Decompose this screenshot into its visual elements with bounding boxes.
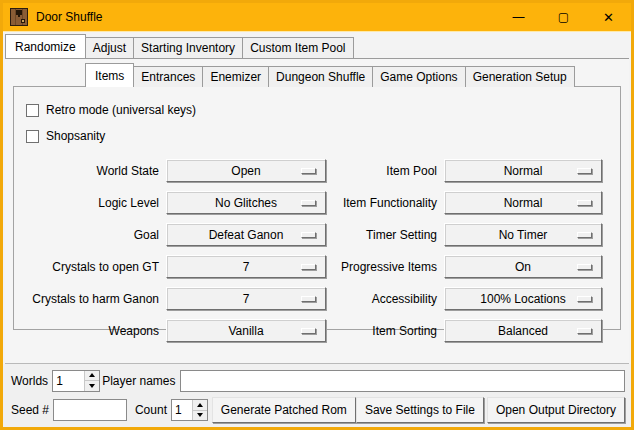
logic-level-label: Logic Level: [14, 196, 166, 210]
world-state-label: World State: [14, 164, 166, 178]
tab-game-options[interactable]: Game Options: [372, 66, 465, 87]
worlds-label: Worlds: [9, 374, 52, 388]
open-output-directory-button[interactable]: Open Output Directory: [487, 397, 625, 423]
logic-level-dropdown[interactable]: No Glitches: [166, 191, 326, 214]
timer-setting-label: Timer Setting: [326, 228, 444, 242]
item-sorting-dropdown[interactable]: Balanced: [444, 319, 602, 342]
crystals-gt-label: Crystals to open GT: [14, 260, 166, 274]
app-icon: [10, 8, 28, 26]
minimize-button[interactable]: —: [496, 3, 541, 31]
dropdown-indicator-icon: [301, 168, 316, 174]
main-tab-bar: Randomize Adjust Starting Inventory Cust…: [3, 34, 631, 58]
crystals-ganon-label: Crystals to harm Ganon: [14, 292, 166, 306]
bottom-bar: Worlds 1 Player names Seed # Count 1: [3, 364, 631, 427]
window-title: Door Shuffle: [36, 10, 103, 24]
worlds-spinner[interactable]: 1: [52, 370, 100, 392]
dropdown-indicator-icon: [577, 232, 592, 238]
title-bar: Door Shuffle — ▢ ✕: [3, 3, 631, 31]
dropdown-indicator-icon: [301, 328, 316, 334]
weapons-label: Weapons: [14, 324, 166, 338]
dropdown-indicator-icon: [301, 232, 316, 238]
dropdown-indicator-icon: [577, 200, 592, 206]
randomize-pane: Items Entrances Enemizer Dungeon Shuffle…: [5, 58, 629, 364]
items-pane: Retro mode (universal keys) Shopsanity W…: [13, 86, 621, 330]
crystals-gt-dropdown[interactable]: 7: [166, 255, 326, 278]
retro-mode-checkbox-row[interactable]: Retro mode (universal keys): [26, 101, 620, 119]
close-button[interactable]: ✕: [586, 3, 631, 31]
progressive-items-label: Progressive Items: [326, 260, 444, 274]
tab-generation-setup[interactable]: Generation Setup: [465, 66, 575, 87]
shopsanity-checkbox[interactable]: [26, 130, 39, 143]
window-controls: — ▢ ✕: [496, 3, 631, 31]
item-pool-dropdown[interactable]: Normal: [444, 159, 602, 182]
timer-setting-dropdown[interactable]: No Timer: [444, 223, 602, 246]
world-state-dropdown[interactable]: Open: [166, 159, 326, 182]
dropdown-indicator-icon: [301, 200, 316, 206]
tab-enemizer[interactable]: Enemizer: [202, 66, 269, 87]
dropdown-indicator-icon: [301, 264, 316, 270]
item-pool-label: Item Pool: [326, 164, 444, 178]
item-functionality-label: Item Functionality: [326, 196, 444, 210]
item-sorting-label: Item Sorting: [326, 324, 444, 338]
count-label: Count: [127, 403, 171, 417]
retro-mode-checkbox[interactable]: [26, 104, 39, 117]
maximize-button[interactable]: ▢: [541, 3, 586, 31]
seed-label: Seed #: [9, 403, 53, 417]
sub-tab-bar: Items Entrances Enemizer Dungeon Shuffle…: [5, 63, 629, 87]
shopsanity-checkbox-row[interactable]: Shopsanity: [26, 127, 620, 145]
weapons-dropdown[interactable]: Vanilla: [166, 319, 326, 342]
tab-randomize[interactable]: Randomize: [5, 34, 86, 58]
count-spinner[interactable]: 1: [171, 399, 208, 421]
player-names-input[interactable]: [180, 370, 626, 392]
app-window: Door Shuffle — ▢ ✕ Randomize Adjust Star…: [0, 0, 634, 430]
dropdown-indicator-icon: [577, 168, 592, 174]
spin-down-button[interactable]: [85, 381, 99, 391]
accessibility-label: Accessibility: [326, 292, 444, 306]
tab-starting-inventory[interactable]: Starting Inventory: [133, 37, 243, 58]
generate-patched-rom-button[interactable]: Generate Patched Rom: [212, 397, 356, 423]
retro-mode-label: Retro mode (universal keys): [46, 103, 196, 117]
dropdown-indicator-icon: [301, 296, 316, 302]
tab-dungeon-shuffle[interactable]: Dungeon Shuffle: [268, 66, 373, 87]
settings-grid: World State Open Item Pool Normal Logic …: [14, 159, 620, 342]
crystals-ganon-dropdown[interactable]: 7: [166, 287, 326, 310]
dropdown-indicator-icon: [577, 328, 592, 334]
spin-up-button[interactable]: [193, 400, 207, 411]
goal-label: Goal: [14, 228, 166, 242]
accessibility-dropdown[interactable]: 100% Locations: [444, 287, 602, 310]
tab-custom-item-pool[interactable]: Custom Item Pool: [242, 37, 353, 58]
progressive-items-dropdown[interactable]: On: [444, 255, 602, 278]
tab-items[interactable]: Items: [85, 63, 134, 87]
seed-input[interactable]: [53, 399, 127, 421]
item-functionality-dropdown[interactable]: Normal: [444, 191, 602, 214]
tab-entrances[interactable]: Entrances: [133, 66, 203, 87]
player-names-label: Player names: [100, 374, 179, 388]
dropdown-indicator-icon: [577, 264, 592, 270]
shopsanity-label: Shopsanity: [46, 129, 105, 143]
tab-adjust[interactable]: Adjust: [85, 37, 134, 58]
goal-dropdown[interactable]: Defeat Ganon: [166, 223, 326, 246]
dropdown-indicator-icon: [577, 296, 592, 302]
spin-down-button[interactable]: [193, 411, 207, 421]
save-settings-button[interactable]: Save Settings to File: [356, 397, 484, 423]
spin-up-button[interactable]: [85, 371, 99, 382]
